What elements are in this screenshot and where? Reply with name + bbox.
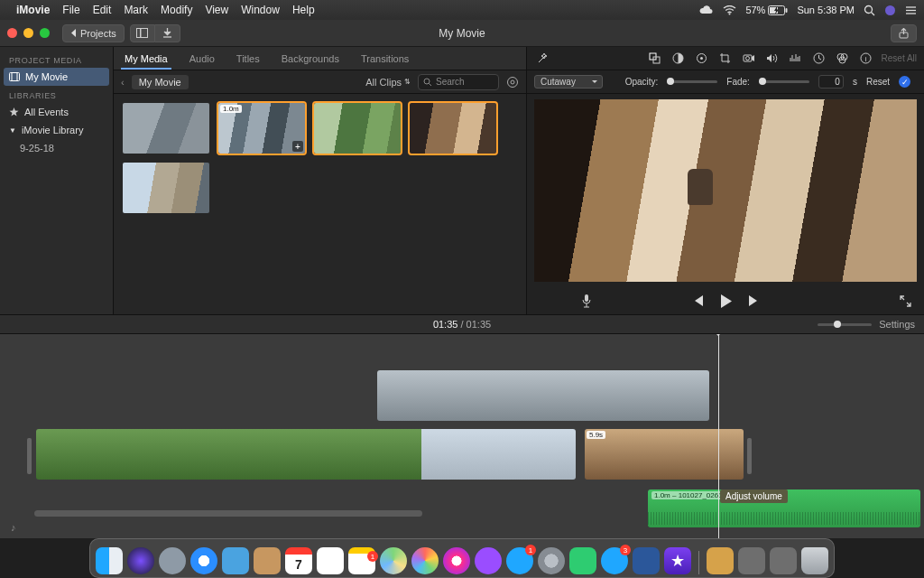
timeline-clip-cutaway[interactable] xyxy=(377,370,709,421)
overlay-icon[interactable] xyxy=(647,51,663,67)
dock-notes-icon[interactable]: 1 xyxy=(348,547,375,574)
browser-breadcrumb[interactable]: My Movie xyxy=(132,75,189,89)
clip-thumbnail-selected[interactable]: 1.0m + xyxy=(218,103,305,154)
zoom-window-button[interactable] xyxy=(40,28,50,38)
dock-imovie-icon[interactable]: ★ xyxy=(664,547,691,574)
fade-value-input[interactable]: 0 xyxy=(818,75,844,89)
fullscreen-icon[interactable] xyxy=(900,295,911,307)
library-toggle-button[interactable] xyxy=(130,24,155,42)
wifi-icon[interactable] xyxy=(723,5,736,15)
menu-mark[interactable]: Mark xyxy=(124,4,148,16)
clip-thumbnail[interactable] xyxy=(123,163,209,213)
color-balance-icon[interactable] xyxy=(670,51,687,67)
preview-viewport[interactable] xyxy=(534,99,917,282)
dock-itunes-icon[interactable] xyxy=(443,547,470,574)
sidebar-project-media[interactable]: My Movie xyxy=(4,68,109,86)
auto-enhance-icon[interactable] xyxy=(534,51,550,67)
back-arrow-icon[interactable]: ‹ xyxy=(121,77,125,88)
disclosure-triangle-icon[interactable]: ▼ xyxy=(9,126,16,135)
dock-siri-icon[interactable] xyxy=(127,547,154,574)
dock-folder-icon[interactable] xyxy=(770,547,797,574)
dock-trash-icon[interactable] xyxy=(801,547,828,574)
playhead[interactable] xyxy=(718,334,719,538)
spotlight-icon[interactable] xyxy=(864,5,875,16)
clip-thumbnail[interactable] xyxy=(123,103,209,154)
dock-maps-icon[interactable] xyxy=(380,547,407,574)
timeline-clip-main[interactable] xyxy=(36,429,576,480)
crop-icon[interactable] xyxy=(717,51,734,67)
stabilization-icon[interactable] xyxy=(741,51,757,67)
search-input[interactable]: Search xyxy=(418,74,499,90)
sidebar-library[interactable]: ▼ iMovie Library xyxy=(0,121,113,139)
apply-check-icon[interactable]: ✓ xyxy=(899,76,910,88)
share-button[interactable] xyxy=(891,24,917,42)
reset-all-button[interactable]: Reset All xyxy=(882,53,917,63)
volume-icon[interactable] xyxy=(764,51,781,67)
dock-calendar-icon[interactable]: 7 xyxy=(285,547,312,574)
dock-facetime-icon[interactable] xyxy=(569,547,596,574)
trim-handle-left[interactable] xyxy=(27,438,32,474)
tab-backgrounds[interactable]: Backgrounds xyxy=(271,47,350,70)
opacity-slider[interactable] xyxy=(667,80,717,83)
dock-appstore-icon[interactable]: 1 xyxy=(506,547,533,574)
timeline[interactable]: 5.9s 1.0m – 101027_0261 Adjust volume ♪ xyxy=(0,334,924,538)
browser-settings-icon[interactable] xyxy=(506,76,519,89)
noise-reduction-icon[interactable] xyxy=(788,51,804,67)
dock-downloads-icon[interactable] xyxy=(707,547,734,574)
back-to-projects-button[interactable]: Projects xyxy=(62,24,125,42)
clips-filter-dropdown[interactable]: All Clips ⇅ xyxy=(365,77,411,88)
dock-word-icon[interactable] xyxy=(633,547,660,574)
play-button[interactable] xyxy=(720,294,732,308)
tab-transitions[interactable]: Transitions xyxy=(350,47,420,70)
dock-contacts-icon[interactable] xyxy=(254,547,281,574)
reset-button[interactable]: Reset xyxy=(866,77,890,87)
app-menu[interactable]: iMovie xyxy=(16,4,50,16)
menu-window[interactable]: Window xyxy=(241,4,280,16)
menu-file[interactable]: File xyxy=(62,4,79,16)
timeline-scrollbar[interactable] xyxy=(34,510,422,517)
dock-settings-icon[interactable] xyxy=(538,547,565,574)
add-clip-icon[interactable]: + xyxy=(292,141,303,152)
dock-messages-icon[interactable]: 3 xyxy=(601,547,628,574)
clip-thumbnail[interactable] xyxy=(314,103,401,154)
menu-help[interactable]: Help xyxy=(292,4,315,16)
minimize-window-button[interactable] xyxy=(23,28,33,38)
menu-modify[interactable]: Modify xyxy=(161,4,192,16)
dock-reminders-icon[interactable] xyxy=(317,547,344,574)
clip-filter-icon[interactable] xyxy=(835,51,851,67)
dock-podcasts-icon[interactable] xyxy=(475,547,502,574)
trim-handle-right[interactable] xyxy=(747,438,752,474)
sidebar-event[interactable]: 9-25-18 xyxy=(0,139,113,157)
menu-edit[interactable]: Edit xyxy=(93,4,112,16)
clip-thumbnail[interactable] xyxy=(410,103,496,154)
tab-titles[interactable]: Titles xyxy=(226,47,271,70)
tab-audio[interactable]: Audio xyxy=(179,47,226,70)
control-center-icon[interactable] xyxy=(884,5,896,16)
timeline-settings-button[interactable]: Settings xyxy=(879,319,915,330)
menu-view[interactable]: View xyxy=(205,4,228,16)
next-frame-button[interactable] xyxy=(748,295,761,306)
speed-icon[interactable] xyxy=(811,51,827,67)
close-window-button[interactable] xyxy=(7,28,17,38)
prev-frame-button[interactable] xyxy=(691,295,704,306)
cloud-status-icon[interactable] xyxy=(699,5,714,15)
color-correction-icon[interactable] xyxy=(694,51,710,67)
dock-preview-icon[interactable] xyxy=(222,547,249,574)
battery-status[interactable]: 57% xyxy=(745,5,788,15)
menubar-clock[interactable]: Sun 5:38 PM xyxy=(797,5,855,15)
overlay-mode-dropdown[interactable]: Cutaway xyxy=(534,75,603,89)
sidebar-all-events[interactable]: All Events xyxy=(0,103,113,121)
timeline-clip-cafe[interactable]: 5.9s xyxy=(585,429,744,480)
dock-launchpad-icon[interactable] xyxy=(159,547,186,574)
voiceover-icon[interactable] xyxy=(581,294,592,308)
dock-safari-icon[interactable] xyxy=(190,547,217,574)
notification-center-icon[interactable] xyxy=(905,5,917,15)
dock-finder-icon[interactable] xyxy=(96,547,123,574)
dock-photos-icon[interactable] xyxy=(411,547,439,574)
dock-folder-icon[interactable] xyxy=(738,547,765,574)
tab-my-media[interactable]: My Media xyxy=(114,47,179,70)
info-icon[interactable]: i xyxy=(858,51,874,67)
fade-slider[interactable] xyxy=(759,80,809,83)
import-button[interactable] xyxy=(155,24,180,42)
timeline-zoom-slider[interactable] xyxy=(818,323,872,326)
